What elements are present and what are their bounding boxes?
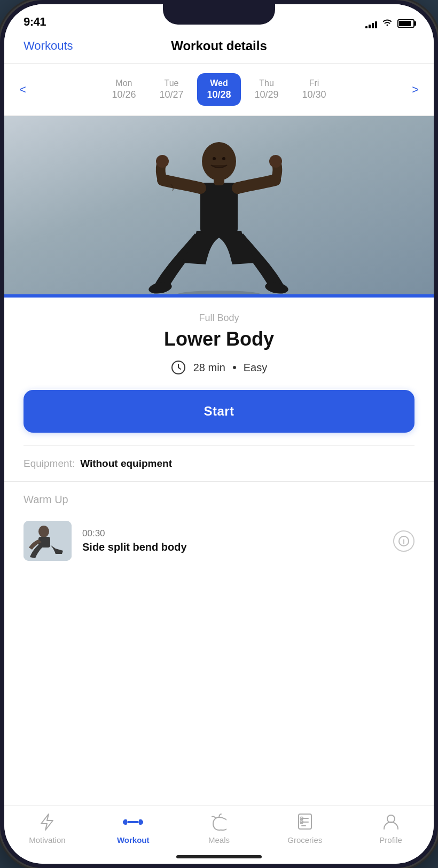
svg-point-27	[387, 815, 395, 823]
status-icons	[365, 18, 414, 29]
workout-difficulty: Easy	[244, 362, 267, 374]
workout-meta: 28 min Easy	[24, 360, 414, 375]
workout-image	[4, 116, 434, 298]
dumbbell-icon	[123, 812, 143, 832]
date-picker: < Mon 10/26 Tue 10/27 Wed 10/28 Thu 10/2…	[4, 64, 434, 116]
exercise-item: 00:30 Side split bend body i	[4, 512, 434, 569]
date-day-fri: Fri	[309, 79, 319, 88]
date-num-fri: 10/30	[302, 89, 326, 100]
prev-date-arrow[interactable]: <	[15, 83, 30, 97]
nav-item-workout[interactable]: Workout	[106, 812, 160, 844]
start-button[interactable]: Start	[24, 390, 414, 433]
date-num-thu: 10/29	[255, 89, 279, 100]
nav-item-motivation[interactable]: Motivation	[20, 812, 74, 844]
next-date-arrow[interactable]: >	[408, 83, 423, 97]
workout-duration: 28 min	[193, 362, 225, 374]
svg-point-12	[38, 526, 49, 537]
svg-text:i: i	[403, 537, 405, 545]
equipment-label: Equipment:	[24, 458, 75, 470]
svg-point-5	[269, 155, 282, 168]
lightning-icon	[37, 812, 57, 832]
date-item-mon[interactable]: Mon 10/26	[102, 73, 145, 106]
nav-item-meals[interactable]: Meals	[192, 812, 246, 844]
date-num-mon: 10/26	[112, 89, 136, 100]
nav-item-profile[interactable]: Profile	[364, 812, 418, 844]
workout-figure	[4, 116, 434, 298]
equipment-row: Equipment: Without equipment	[4, 446, 434, 482]
signal-icon	[365, 19, 377, 28]
svg-rect-19	[141, 820, 143, 824]
equipment-value: Without equipment	[80, 458, 172, 470]
nav-item-groceries[interactable]: Groceries	[278, 812, 332, 844]
workout-info: Full Body Lower Body 28 min Easy	[4, 298, 434, 375]
date-day-tue: Tue	[164, 79, 178, 88]
start-button-wrap: Start	[4, 390, 434, 445]
svg-rect-17	[123, 820, 125, 824]
clock-icon	[171, 360, 186, 375]
dates-row: Mon 10/26 Tue 10/27 Wed 10/28 Thu 10/29 …	[102, 73, 335, 106]
date-day-wed: Wed	[210, 79, 228, 88]
exercise-thumbnail	[24, 521, 72, 561]
workout-name: Lower Body	[24, 328, 414, 350]
notch	[163, 4, 275, 25]
apple-icon	[209, 812, 229, 832]
home-indicator	[176, 855, 262, 858]
date-day-thu: Thu	[259, 79, 274, 88]
nav-label-groceries: Groceries	[287, 835, 322, 844]
date-day-mon: Mon	[115, 79, 132, 88]
exercise-details: 00:30 Side split bend body	[82, 528, 382, 553]
svg-point-9	[222, 157, 225, 160]
back-button[interactable]: Workouts	[24, 39, 73, 53]
date-item-wed[interactable]: Wed 10/28	[197, 73, 240, 106]
wifi-icon	[381, 18, 393, 29]
date-num-wed: 10/28	[207, 89, 231, 100]
bottom-nav: Motivation Workout	[4, 805, 434, 864]
phone-inner: 9:41	[4, 4, 434, 864]
svg-point-4	[156, 155, 169, 168]
exercise-name: Side split bend body	[82, 541, 382, 553]
nav-label-profile: Profile	[379, 835, 402, 844]
page-title: Workout details	[171, 38, 267, 53]
date-num-tue: 10/27	[159, 89, 183, 100]
svg-point-8	[213, 157, 216, 160]
svg-point-7	[202, 142, 236, 181]
status-time: 9:41	[24, 15, 46, 29]
svg-rect-3	[200, 183, 238, 233]
phone-frame: 9:41	[0, 0, 438, 868]
nav-header: Workouts Workout details	[4, 33, 434, 64]
image-blue-bar	[4, 294, 434, 298]
person-icon	[381, 812, 401, 832]
exercise-thumb-figure	[24, 521, 72, 561]
workout-category: Full Body	[24, 312, 414, 324]
warmup-section-title: Warm Up	[4, 482, 434, 512]
nav-label-workout: Workout	[117, 835, 150, 844]
nav-label-meals: Meals	[208, 835, 230, 844]
exercise-info-button[interactable]: i	[393, 530, 414, 552]
svg-rect-20	[127, 821, 139, 823]
dot-separator	[233, 366, 236, 369]
battery-icon	[397, 19, 414, 28]
date-item-tue[interactable]: Tue 10/27	[150, 73, 193, 106]
date-item-fri[interactable]: Fri 10/30	[293, 73, 336, 106]
nav-label-motivation: Motivation	[29, 835, 65, 844]
workout-person-svg	[118, 127, 320, 298]
list-icon	[295, 812, 315, 832]
scroll-content: Full Body Lower Body 28 min Easy St	[4, 116, 434, 808]
date-item-thu[interactable]: Thu 10/29	[245, 73, 288, 106]
exercise-time: 00:30	[82, 528, 382, 539]
